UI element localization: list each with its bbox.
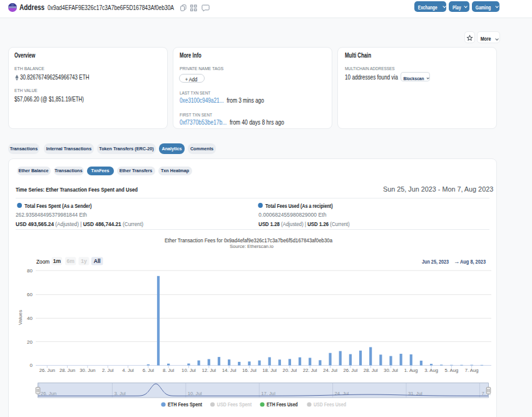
svg-text:17. Jul: 17. Jul: [261, 391, 275, 396]
svg-text:Source: Etherscan.io: Source: Etherscan.io: [230, 244, 274, 249]
svg-text:7. Aug: 7. Aug: [465, 368, 479, 373]
svg-text:→: →: [454, 258, 459, 265]
svg-text:14. Jul: 14. Jul: [222, 368, 237, 373]
svg-text:0: 0: [30, 363, 33, 368]
svg-text:12. Jul: 12. Jul: [202, 368, 216, 373]
svg-text:28. Jul: 28. Jul: [364, 368, 378, 373]
svg-text:24. Jul: 24. Jul: [323, 368, 337, 373]
svg-text:10. Jul: 10. Jul: [182, 368, 196, 373]
svg-text:24. Jul: 24. Jul: [335, 391, 349, 396]
svg-text:26. Jun: 26. Jun: [39, 368, 55, 373]
svg-text:40: 40: [27, 316, 33, 321]
svg-text:Zoom: Zoom: [36, 259, 49, 265]
svg-text:ETH Fees Used: ETH Fees Used: [267, 401, 298, 408]
svg-text:USD Fees Used: USD Fees Used: [314, 401, 346, 408]
svg-text:ETH Fees Spent: ETH Fees Spent: [168, 401, 202, 408]
svg-text:16. Jul: 16. Jul: [242, 368, 257, 373]
svg-text:5. Aug: 5. Aug: [444, 368, 458, 373]
svg-text:2. Jul: 2. Jul: [102, 368, 114, 373]
svg-text:8. Jul: 8. Jul: [163, 368, 175, 373]
svg-text:3. Aug: 3. Aug: [424, 368, 438, 373]
svg-text:USD Fees Spent: USD Fees Spent: [217, 401, 252, 408]
svg-text:4. Jul: 4. Jul: [122, 368, 134, 373]
svg-text:6. Jul: 6. Jul: [143, 368, 155, 373]
svg-text:1. Aug: 1. Aug: [404, 368, 418, 373]
svg-text:6m: 6m: [66, 258, 74, 264]
svg-text:28. Jun: 28. Jun: [59, 368, 75, 373]
svg-text:Jun 25, 2023: Jun 25, 2023: [422, 258, 449, 265]
svg-text:Values: Values: [18, 310, 23, 325]
svg-text:20: 20: [27, 339, 33, 345]
svg-text:3. Jul: 3. Jul: [114, 391, 126, 396]
svg-text:22. Jul: 22. Jul: [303, 368, 317, 373]
svg-text:1y: 1y: [81, 258, 87, 264]
svg-text:30. Jul: 30. Jul: [384, 368, 398, 373]
svg-text:80: 80: [27, 268, 33, 274]
svg-text:60: 60: [27, 292, 33, 297]
svg-text:1m: 1m: [53, 258, 61, 264]
svg-text:All: All: [94, 258, 101, 264]
svg-text:26. Jun: 26. Jun: [41, 391, 56, 396]
svg-text:Ether Transaction Fees for 0x9: Ether Transaction Fees for 0x9ad4efaf9e3…: [165, 237, 332, 244]
svg-text:10. Jul: 10. Jul: [188, 391, 202, 396]
svg-text:30. Jun: 30. Jun: [79, 368, 95, 373]
svg-text:18. Jul: 18. Jul: [262, 368, 277, 373]
svg-text:26. Jul: 26. Jul: [344, 368, 358, 373]
svg-text:Aug 8, 2023: Aug 8, 2023: [460, 258, 486, 265]
svg-text:20. Jul: 20. Jul: [283, 368, 297, 373]
